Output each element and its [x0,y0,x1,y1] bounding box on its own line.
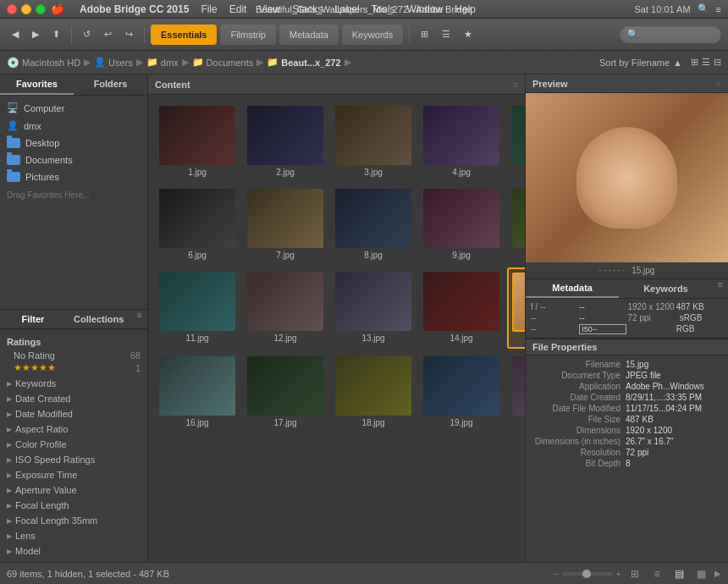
prop-key: Bit Depth [532,459,626,468]
prop-row: Document TypeJPEG file [526,370,728,381]
view-filmstrip-button[interactable]: ▦ [692,568,709,580]
sidebar-item-desktop[interactable]: Desktop [0,135,147,152]
path-documents[interactable]: 📁 Documents [192,57,254,68]
thumb-item-9[interactable]: 9.jpg [419,185,504,264]
thumb-item-7[interactable]: 7.jpg [243,185,328,264]
path-users[interactable]: 👤 Users [94,57,133,68]
filter-date-modified[interactable]: Date Modified [0,406,147,421]
thumb-item-14[interactable]: 14.jpg [419,267,504,349]
search-box[interactable]: 🔍 [620,26,721,43]
maximize-button[interactable] [36,4,46,14]
filter-options-icon[interactable]: ≡ [132,310,147,328]
thumb-item-6[interactable]: 6.jpg [155,185,240,264]
list-view-button[interactable]: ☰ [437,25,455,45]
filter-content: Ratings No Rating 68 ★★★★★ 1 Keywords Da… [0,329,147,562]
thumb-label-4: 4.jpg [452,168,471,177]
filter-focal-length[interactable]: Focal Length [0,498,147,513]
view-list-button[interactable]: ▤ [670,568,687,580]
grid-view-button[interactable]: ⊞ [416,25,433,45]
file-properties-header: File Properties [526,339,728,355]
undo-button[interactable]: ↩ [99,25,117,45]
sidebar-item-computer[interactable]: 🖥️ Computer [0,99,147,117]
star-button[interactable]: ★ [459,25,477,45]
refresh-button[interactable]: ↺ [78,25,96,45]
menu-app[interactable]: Adobe Bridge CC 2015 [80,3,189,15]
back-button[interactable]: ◀ [7,25,24,45]
filter-model[interactable]: Model [0,543,147,559]
sort-control[interactable]: Sort by Filename ▲ ⊞ ☰ ⊟ [599,57,721,68]
filter-no-rating[interactable]: No Rating 68 [7,350,141,361]
tab-folders[interactable]: Folders [74,74,147,95]
user-icon: 👤 [7,120,19,131]
zoom-slider[interactable]: − + [553,569,621,579]
close-button[interactable] [7,4,17,14]
view-grid-icon[interactable]: ⊞ [691,57,698,68]
minimize-button[interactable] [21,4,31,14]
preview-options-icon[interactable]: ≡ [716,79,721,88]
view-detail-icon[interactable]: ⊟ [714,57,721,68]
thumb-item-5[interactable]: 5.jpg [507,102,525,181]
tab-metadata[interactable]: Metadata [279,25,339,45]
search-icon[interactable]: 🔍 [698,3,709,14]
filter-date-created[interactable]: Date Created [0,391,147,406]
apple-icon[interactable]: 🍎 [51,3,64,15]
tab-collections[interactable]: Collections [66,310,132,328]
thumb-item-13[interactable]: 13.jpg [331,267,416,349]
iso-box: I50-- [579,324,626,334]
meta-options-icon[interactable]: ≡ [713,279,728,298]
sidebar-item-dmx[interactable]: 👤 dmx [0,117,147,135]
filter-lens[interactable]: Lens [0,528,147,543]
sidebar-item-pictures[interactable]: Pictures [0,168,147,185]
content-options-icon[interactable]: ≡ [513,80,518,90]
tab-filter[interactable]: Filter [0,310,66,328]
filter-keywords[interactable]: Keywords [0,376,147,391]
view-detail-button[interactable]: ≡ [648,568,665,580]
thumb-item-19[interactable]: 19.jpg [419,352,504,432]
thumb-image-18 [335,356,411,416]
prop-key: Date Created [532,393,626,402]
menu-edit[interactable]: Edit [229,3,247,15]
thumb-item-2[interactable]: 2.jpg [243,102,328,181]
view-grid-button[interactable]: ⊞ [626,568,643,580]
thumb-item-16[interactable]: 16.jpg [155,352,240,432]
thumb-image-8 [335,189,411,248]
tab-filmstrip[interactable]: Filmstrip [220,25,276,45]
tab-favorites[interactable]: Favorites [0,74,74,95]
path-current[interactable]: 📁 Beaut...x_272 [267,57,340,68]
thumb-item-18[interactable]: 18.jpg [331,352,416,432]
thumb-item-4[interactable]: 4.jpg [419,102,504,181]
thumb-item-8[interactable]: 8.jpg [331,185,416,264]
up-button[interactable]: ⬆ [47,25,65,45]
filter-focal-35mm[interactable]: Focal Length 35mm [0,513,147,528]
filter-color-profile[interactable]: Color Profile [0,437,147,452]
filter-aperture[interactable]: Aperture Value [0,482,147,498]
thumb-item-3[interactable]: 3.jpg [331,102,416,181]
view-list-icon[interactable]: ☰ [702,57,710,68]
thumb-item-12[interactable]: 12.jpg [243,267,328,349]
thumb-item-15[interactable]: 15.jpg [507,267,525,349]
menu-file[interactable]: File [201,3,217,15]
forward-button[interactable]: ▶ [27,25,44,45]
redo-button[interactable]: ↪ [120,25,138,45]
tab-metadata-panel[interactable]: Metadata [526,279,619,298]
scroll-right-icon[interactable]: ▶ [714,569,721,578]
menu-icon[interactable]: ≡ [716,4,721,14]
prop-val: 8/29/11,...:33:35 PM [626,393,721,402]
sidebar-item-documents[interactable]: Documents [0,152,147,168]
filter-iso[interactable]: ISO Speed Ratings [0,452,147,467]
thumb-image-9 [423,189,499,248]
thumb-item-20[interactable]: 20.jpg [507,352,525,432]
path-macintosh[interactable]: 💿 Macintosh HD [7,57,80,69]
filter-5stars[interactable]: ★★★★★ 1 [7,361,141,374]
thumb-item-10[interactable]: 10.jpg [507,185,525,264]
prop-val: 1920 x 1200 [626,426,721,435]
thumb-item-17[interactable]: 17.jpg [243,352,328,432]
tab-keywords-panel[interactable]: Keywords [619,279,712,298]
filter-aspect-ratio[interactable]: Aspect Ratio [0,421,147,437]
thumb-item-1[interactable]: 1.jpg [155,102,240,181]
filter-exposure[interactable]: Exposure Time [0,467,147,482]
thumb-item-11[interactable]: 11.jpg [155,267,240,349]
tab-essentials[interactable]: Essentials [151,25,217,45]
path-dmx[interactable]: 📁 dmx [146,57,179,68]
tab-keywords[interactable]: Keywords [342,25,403,45]
